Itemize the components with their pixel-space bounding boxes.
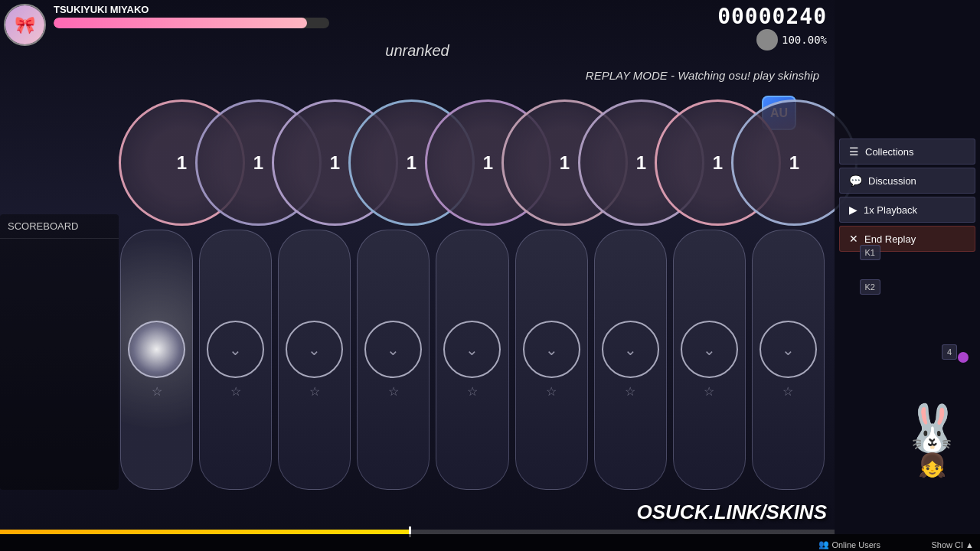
- show-ci-label: Show CI: [932, 540, 964, 549]
- column-circle-6: ⌄: [523, 321, 580, 378]
- playback-button[interactable]: ▶ 1x Playback: [839, 197, 975, 223]
- column-star-5: ☆: [467, 384, 478, 399]
- k4-badge: 4: [942, 344, 957, 360]
- column-circle-9: ⌄: [760, 321, 817, 378]
- right-sidebar: ☰ Collections 💬 Discussion ▶ 1x Playback…: [835, 0, 980, 551]
- discussion-icon: 💬: [849, 174, 862, 187]
- collections-button[interactable]: ☰ Collections: [839, 139, 975, 165]
- discussion-button[interactable]: 💬 Discussion: [839, 168, 975, 194]
- avatar: 🎀: [4, 4, 46, 46]
- column-star-2: ☆: [230, 384, 241, 399]
- k1-badge: K1: [860, 245, 880, 260]
- collections-icon: ☰: [849, 145, 859, 158]
- column-4: ⌄ ☆: [357, 230, 430, 490]
- online-users-icon: 👥: [818, 540, 829, 549]
- column-star-4: ☆: [388, 384, 399, 399]
- column-circle-8: ⌄: [681, 321, 738, 378]
- columns-area: ☆ ⌄ ☆ ⌄ ☆ ⌄ ☆ ⌄ ☆: [120, 230, 825, 490]
- column-circle-1: [128, 321, 185, 378]
- end-replay-icon: ✕: [849, 233, 858, 245]
- playback-label: 1x Playback: [864, 204, 917, 216]
- accuracy-text: 100.00%: [782, 34, 827, 46]
- health-bar-container: [54, 18, 329, 28]
- column-9: ⌄ ☆: [752, 230, 825, 490]
- column-1: ☆: [120, 230, 193, 490]
- end-replay-label: End Replay: [864, 233, 916, 245]
- hit-number-1: 1: [177, 152, 187, 174]
- unranked-label: unranked: [385, 42, 449, 60]
- discussion-label: Discussion: [868, 175, 916, 187]
- column-circle-7: ⌄: [602, 321, 659, 378]
- column-circle-5: ⌄: [443, 321, 501, 378]
- scoreboard-panel: SCOREBOARD: [0, 214, 119, 490]
- column-2: ⌄ ☆: [199, 230, 272, 490]
- collections-label: Collections: [865, 146, 914, 158]
- column-star-7: ☆: [625, 384, 635, 399]
- player-info: TSUKIYUKI MIYAKO: [54, 4, 329, 28]
- column-7: ⌄ ☆: [594, 230, 667, 490]
- accuracy-display: 100.00%: [756, 29, 827, 51]
- replay-mode-text: REPLAY MODE - Watching osu! play skinshi…: [586, 69, 819, 82]
- column-star-9: ☆: [782, 384, 793, 399]
- column-8: ⌄ ☆: [673, 230, 746, 490]
- column-star-1: ☆: [152, 384, 162, 399]
- column-6: ⌄ ☆: [515, 230, 588, 490]
- column-star-6: ☆: [546, 384, 557, 399]
- scoreboard-title: SCOREBOARD: [0, 214, 119, 239]
- online-users-label: Online Users: [831, 540, 880, 549]
- column-3: ⌄ ☆: [278, 230, 351, 490]
- k2-badge: K2: [860, 279, 880, 295]
- bottom-bar: 👥 Online Users Show CI ▲: [0, 534, 980, 551]
- column-circle-4: ⌄: [364, 321, 422, 378]
- score-display: 00000240: [717, 4, 827, 29]
- avatar-image: 🎀: [5, 5, 44, 44]
- character-sprite: 🐰 👧: [896, 406, 969, 505]
- playback-icon: ▶: [849, 204, 858, 216]
- column-circle-2: ⌄: [207, 321, 264, 378]
- accuracy-circle: [756, 29, 778, 51]
- column-star-8: ☆: [704, 384, 714, 399]
- show-ci-icon: ▲: [965, 540, 974, 549]
- purple-dot: [958, 352, 969, 363]
- show-ci-button[interactable]: Show CI ▲: [880, 540, 980, 549]
- watermark-text: OSUCK.LINK/SKINS: [637, 500, 827, 524]
- online-users-button[interactable]: 👥 Online Users: [818, 540, 880, 549]
- game-area: 🎀 TSUKIYUKI MIYAKO 00000240 100.00% unra…: [0, 0, 835, 551]
- circles-area: 1 1 1 1 1 1 1 1 1: [119, 92, 823, 245]
- player-name: TSUKIYUKI MIYAKO: [54, 4, 329, 15]
- health-bar: [54, 18, 307, 28]
- column-circle-3: ⌄: [286, 321, 343, 378]
- column-5: ⌄ ☆: [436, 230, 508, 490]
- column-star-3: ☆: [309, 384, 320, 399]
